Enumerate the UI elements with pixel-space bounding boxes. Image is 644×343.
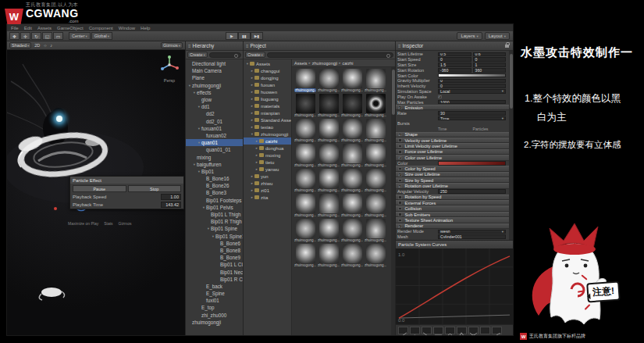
curve-preset-button[interactable] — [457, 327, 467, 334]
menu-file[interactable]: File — [11, 26, 19, 30]
hierarchy-item[interactable]: Main Camera — [186, 67, 243, 74]
module-checkbox[interactable] — [398, 201, 402, 205]
module-header-emission[interactable]: ✓Emission — [396, 105, 509, 110]
module-header-color-over-lifetime[interactable]: ✓Color over Lifetime — [396, 155, 509, 160]
asset-item[interactable]: zhuimogong... — [364, 194, 387, 217]
module-checkbox[interactable] — [398, 207, 402, 211]
curve-preset-button[interactable] — [433, 327, 443, 334]
asset-item[interactable]: zhuimogong... — [317, 119, 340, 142]
asset-item[interactable]: zhuimogong... — [364, 119, 387, 142]
asset-thumbnail[interactable] — [319, 244, 339, 263]
curve-preset-button[interactable] — [410, 327, 420, 334]
asset-item[interactable]: zhuimogong... — [317, 244, 340, 267]
module-header-renderer[interactable]: ✓Renderer — [396, 223, 509, 229]
value-field[interactable]: 1.5 — [438, 63, 471, 67]
curve-preset-button[interactable] — [468, 327, 479, 334]
menu-window[interactable]: Window — [119, 26, 135, 30]
value-field[interactable]: 250 — [438, 189, 506, 194]
curve-preset-button[interactable] — [492, 327, 502, 334]
asset-thumbnail[interactable] — [366, 144, 386, 163]
asset-thumbnail[interactable] — [366, 69, 386, 88]
module-header-size-over-lifetime[interactable]: ✓Size over Lifetime — [396, 172, 509, 177]
module-checkbox[interactable]: ✓ — [398, 133, 402, 137]
value-field[interactable]: 360 — [473, 68, 507, 73]
project-folder-item[interactable]: ▸huowen — [244, 88, 291, 95]
module-header-rotation-over-lifetime[interactable]: ✓Rotation over Lifetime — [396, 183, 509, 188]
asset-item[interactable]: zhuimogong... — [294, 194, 317, 217]
asset-item[interactable]: zhuimogong... — [317, 144, 340, 167]
menu-help[interactable]: Help — [141, 26, 150, 30]
asset-item[interactable]: zhuimogong... — [340, 119, 364, 142]
project-folder-item[interactable]: ▸liuguang — [244, 95, 291, 102]
hierarchy-create-button[interactable]: Create▾ — [187, 52, 208, 58]
asset-item[interactable]: zhuimogong... — [340, 219, 364, 242]
asset-thumbnail[interactable] — [296, 69, 315, 88]
value-field[interactable]: 1000 — [438, 100, 506, 105]
hierarchy-item[interactable]: ▾Bip01 Spine — [186, 225, 243, 232]
module-checkbox[interactable]: ✓ — [398, 184, 402, 188]
hierarchy-item[interactable]: zhi_zhu000 — [186, 312, 243, 319]
asset-item[interactable]: zhuimogong... — [294, 169, 317, 192]
project-folder-item[interactable]: ▾Assets — [244, 60, 291, 67]
scrollbar-thumb[interactable] — [510, 54, 513, 109]
hierarchy-item[interactable]: Plane — [186, 74, 243, 81]
asset-item[interactable]: zhuimogong... — [340, 94, 364, 117]
hierarchy-item[interactable]: Bip01 L Clavicle — [186, 261, 243, 268]
stop-particles-button[interactable]: Stop — [128, 185, 182, 192]
breadcrumb-item[interactable]: caizhi — [342, 61, 353, 66]
hierarchy-item[interactable]: Bip01 R Clavicle — [186, 276, 243, 283]
menu-edit[interactable]: Edit — [24, 26, 32, 30]
project-scrollbar[interactable] — [391, 67, 395, 335]
inspector-scrollbar[interactable] — [509, 51, 513, 240]
project-folder-item[interactable]: ▸zita — [244, 194, 291, 201]
statusbar-item[interactable]: Maximize on Play — [68, 221, 98, 226]
hierarchy-item[interactable]: glow — [186, 96, 243, 103]
project-folder-item[interactable]: ▸moxing — [244, 152, 291, 159]
asset-thumbnail[interactable] — [296, 144, 315, 163]
gizmos-dropdown[interactable]: Gizmos▾ — [161, 42, 183, 48]
asset-thumbnail[interactable] — [366, 194, 386, 213]
asset-thumbnail[interactable] — [296, 94, 315, 113]
module-checkbox[interactable] — [398, 213, 402, 216]
step-button[interactable]: ▶▮ — [251, 32, 263, 40]
project-folder-item[interactable]: ▸Standard Assets — [244, 116, 291, 123]
asset-thumbnail[interactable] — [343, 144, 362, 163]
asset-thumbnail[interactable] — [343, 94, 362, 113]
dropdown-field[interactable]: Mesh▾ — [438, 230, 506, 234]
module-checkbox[interactable] — [398, 195, 402, 199]
module-header-rotation-by-speed[interactable]: Rotation by Speed — [396, 195, 509, 200]
asset-item[interactable]: zhuimogong... — [294, 69, 317, 92]
hierarchy-item[interactable]: B_Bone8 — [186, 247, 243, 254]
scrollbar-thumb[interactable] — [392, 70, 395, 115]
asset-thumbnail[interactable] — [366, 94, 386, 113]
asset-thumbnail[interactable] — [319, 194, 339, 213]
asset-thumbnail[interactable] — [296, 194, 315, 213]
property-checkbox[interactable]: ✓ — [438, 95, 442, 99]
value-field[interactable]: 30 — [438, 111, 506, 116]
asset-thumbnail[interactable] — [343, 69, 362, 88]
module-checkbox[interactable]: ✓ — [398, 156, 402, 160]
playback-time-value[interactable]: 143.42 — [161, 202, 181, 208]
asset-thumbnail[interactable] — [319, 144, 339, 163]
asset-thumbnail[interactable] — [366, 119, 386, 138]
module-checkbox[interactable]: ✓ — [398, 105, 402, 109]
asset-thumbnail[interactable] — [366, 244, 386, 263]
asset-item[interactable]: zhuimogong... — [294, 119, 317, 142]
module-checkbox[interactable]: ✓ — [398, 224, 402, 228]
value-field[interactable]: Cylinder001 — [438, 234, 506, 239]
project-folder-item[interactable]: ▸donghua — [244, 145, 291, 152]
asset-item[interactable]: zhuimogong... — [317, 169, 340, 192]
asset-item[interactable]: zhuimogong... — [364, 244, 387, 267]
hierarchy-item[interactable]: ▾Bip01 Pelvis — [186, 204, 243, 211]
statusbar-item[interactable]: Stats — [104, 221, 112, 226]
asset-item[interactable]: zhuimogong... — [317, 194, 340, 217]
asset-thumbnail[interactable] — [343, 119, 362, 138]
asset-item[interactable]: zhuimogong... — [340, 244, 364, 267]
hierarchy-item[interactable]: Bip01 R Thigh — [186, 218, 243, 225]
hierarchy-item[interactable]: Bip01 L Thigh — [186, 211, 243, 218]
asset-thumbnail[interactable] — [296, 244, 315, 263]
asset-item[interactable]: zhuimogong... — [340, 144, 364, 167]
hierarchy-item[interactable]: B_Bone9 — [186, 254, 243, 261]
asset-thumbnail[interactable] — [343, 194, 362, 213]
project-search-input[interactable] — [267, 52, 393, 58]
